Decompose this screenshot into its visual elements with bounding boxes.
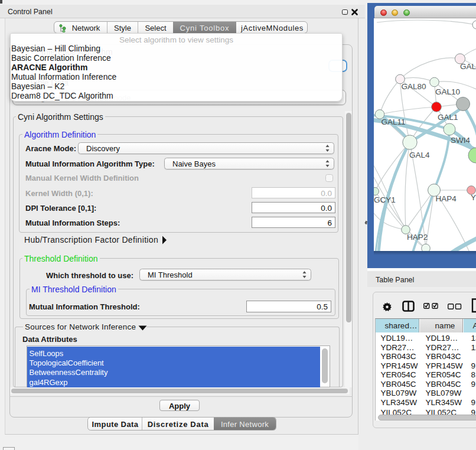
svg-text:GAL2: GAL2 [460, 62, 476, 71]
svg-text:GAL11: GAL11 [382, 118, 406, 126]
svg-text:GAL4: GAL4 [409, 151, 430, 159]
svg-text:HAP4: HAP4 [436, 194, 457, 203]
svg-text:GAL1: GAL1 [438, 113, 458, 122]
svg-text:GCY1: GCY1 [374, 195, 396, 204]
svg-text:GAL80: GAL80 [402, 82, 426, 91]
svg-text:SWI4: SWI4 [451, 136, 470, 145]
svg-text:Y: Y [471, 193, 476, 202]
svg-text:HAP2: HAP2 [407, 233, 428, 242]
svg-text:GAL10: GAL10 [435, 87, 460, 96]
